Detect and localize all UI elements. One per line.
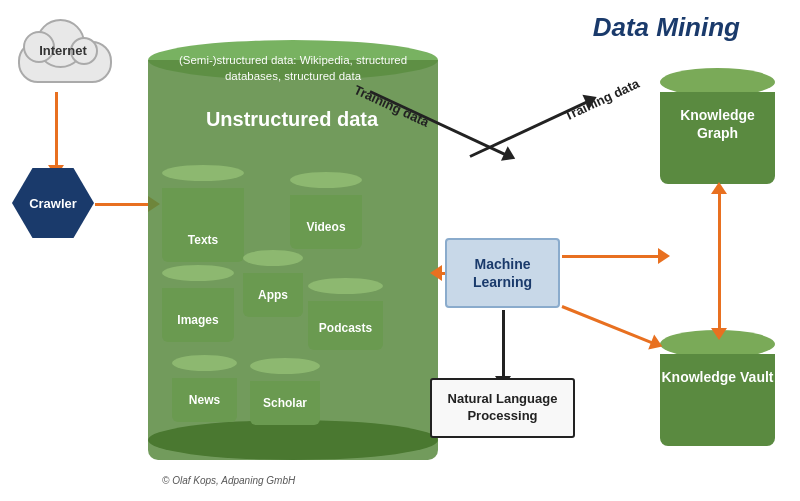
videos-cylinder: Videos	[290, 172, 362, 242]
apps-cylinder: Apps	[243, 250, 303, 310]
news-cylinder-top	[172, 355, 237, 371]
ml-box: Machine Learning	[445, 238, 560, 308]
kg-label: Knowledge Graph	[660, 106, 775, 142]
knowledge-vault-cylinder: Knowledge Vault	[660, 330, 775, 450]
podcasts-cylinder: Podcasts	[308, 278, 383, 343]
arrow-crawler-to-main	[95, 203, 150, 206]
videos-label: Videos	[290, 220, 362, 234]
scholar-cylinder-top	[250, 358, 320, 374]
texts-label: Texts	[162, 233, 244, 247]
knowledge-graph-cylinder: Knowledge Graph	[660, 68, 775, 188]
crawler-label: Crawler	[29, 196, 77, 211]
arrow-ml-to-kv	[561, 305, 653, 344]
podcasts-label: Podcasts	[308, 321, 383, 335]
news-cylinder: News	[172, 355, 237, 415]
images-cylinder-top	[162, 265, 234, 281]
videos-cylinder-top	[290, 172, 362, 188]
page-title: Data Mining	[593, 12, 740, 43]
arrow-ml-to-nlp	[502, 310, 505, 378]
structured-data-label: (Semi-)structured data: Wikipedia, struc…	[158, 52, 428, 84]
scholar-cylinder: Scholar	[250, 358, 320, 418]
images-cylinder: Images	[162, 265, 234, 335]
nlp-label: Natural Language Processing	[432, 391, 573, 425]
texts-cylinder: Texts	[162, 165, 244, 255]
arrow-ml-to-kg	[562, 255, 660, 258]
training-label-2: Training data	[562, 76, 642, 124]
apps-label: Apps	[243, 288, 303, 302]
arrow-internet-to-crawler	[55, 92, 58, 167]
internet-cloud: Internet	[18, 28, 108, 88]
texts-cylinder-top	[162, 165, 244, 181]
texts-cylinder-body	[162, 188, 244, 262]
crawler-hexagon: Crawler	[12, 168, 94, 238]
nlp-box: Natural Language Processing	[430, 378, 575, 438]
arrow-kg-to-kv	[718, 192, 721, 330]
copyright-text: © Olaf Kops, Adpaning GmbH	[162, 475, 295, 486]
main-cylinder-bottom	[148, 420, 438, 460]
internet-label: Internet	[18, 43, 108, 58]
images-label: Images	[162, 313, 234, 327]
kv-label: Knowledge Vault	[660, 368, 775, 386]
apps-cylinder-top	[243, 250, 303, 266]
scholar-label: Scholar	[250, 396, 320, 410]
news-label: News	[172, 393, 237, 407]
ml-label: Machine Learning	[447, 255, 558, 291]
podcasts-cylinder-top	[308, 278, 383, 294]
